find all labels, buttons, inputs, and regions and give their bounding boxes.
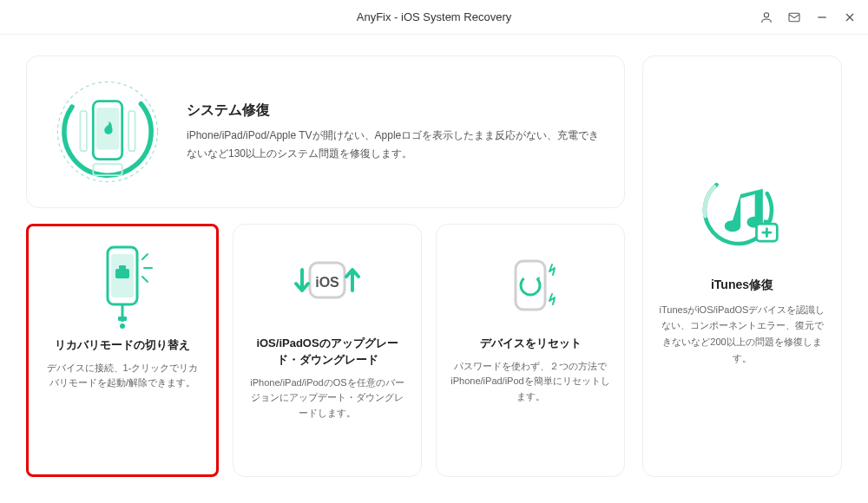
svg-rect-31 xyxy=(764,219,770,224)
feature-cards-row: リカバリモードの切り替え デバイスに接続、1-クリックでリカバリモードを起動/解… xyxy=(26,224,625,477)
right-column: iTunes修復 iTunesがiOS/iPadOSデバイスを認識しない、コンポ… xyxy=(642,56,842,477)
titlebar-actions xyxy=(759,10,858,25)
reset-device-desc: パスワードを使わず、２つの方法でiPhone/iPad/iPodを簡単にリセット… xyxy=(450,359,610,405)
mail-icon[interactable] xyxy=(786,10,802,25)
left-column: システム修復 iPhone/iPad/iPod/Apple TVが開けない、Ap… xyxy=(26,56,625,477)
recovery-mode-desc: デバイスに接続、1-クリックでリカバリモードを起動/解除できます。 xyxy=(43,361,202,391)
system-repair-icon xyxy=(51,75,164,188)
svg-line-21 xyxy=(142,277,148,282)
system-repair-card[interactable]: システム修復 iPhone/iPad/iPod/Apple TVが開けない、Ap… xyxy=(26,56,625,208)
main-content: システム修復 iPhone/iPad/iPod/Apple TVが開けない、Ap… xyxy=(0,35,868,503)
itunes-repair-desc: iTunesがiOS/iPadOSデバイスを認識しない、コンポーネントエラー、復… xyxy=(659,302,825,367)
upgrade-downgrade-title: iOS/iPadOSのアップグレード・ダウングレード xyxy=(247,336,407,369)
itunes-repair-card[interactable]: iTunes修復 iTunesがiOS/iPadOSデバイスを認識しない、コンポ… xyxy=(642,56,842,477)
titlebar: AnyFix - iOS System Recovery xyxy=(0,0,868,35)
itunes-repair-icon xyxy=(694,167,790,262)
recovery-mode-title: リカバリモードの切り替え xyxy=(55,337,190,354)
system-repair-title: システム修復 xyxy=(187,101,600,120)
svg-point-0 xyxy=(764,12,768,16)
minimize-button[interactable] xyxy=(814,10,830,25)
reset-device-icon xyxy=(491,244,569,327)
svg-rect-17 xyxy=(118,317,127,321)
svg-rect-15 xyxy=(119,265,126,269)
window-title: AnyFix - iOS System Recovery xyxy=(357,10,511,23)
reset-device-card[interactable]: デバイスをリセット パスワードを使わず、２つの方法でiPhone/iPad/iP… xyxy=(436,224,625,477)
svg-text:iOS: iOS xyxy=(315,275,339,290)
upgrade-downgrade-icon: iOS xyxy=(284,244,371,327)
account-icon[interactable] xyxy=(759,10,774,25)
recovery-mode-card[interactable]: リカバリモードの切り替え デバイスに接続、1-クリックでリカバリモードを起動/解… xyxy=(26,224,219,477)
svg-rect-1 xyxy=(789,13,799,21)
svg-rect-10 xyxy=(128,111,135,151)
upgrade-downgrade-card[interactable]: iOS iOS/iPadOSのアップグレード・ダウングレード iPhone/iP… xyxy=(233,224,422,477)
itunes-repair-title: iTunes修復 xyxy=(711,278,773,293)
recovery-mode-icon xyxy=(87,245,158,329)
system-repair-desc: iPhone/iPad/iPod/Apple TVが開けない、Appleロゴを表… xyxy=(187,127,600,162)
reset-device-title: デバイスをリセット xyxy=(480,336,582,352)
system-repair-text: システム修復 iPhone/iPad/iPod/Apple TVが開けない、Ap… xyxy=(187,101,600,162)
upgrade-downgrade-desc: iPhone/iPad/iPodのOSを任意のバージョンにアップデート・ダウング… xyxy=(247,376,407,421)
svg-point-18 xyxy=(120,323,125,329)
close-button[interactable] xyxy=(842,10,858,25)
svg-rect-9 xyxy=(80,111,86,151)
svg-line-19 xyxy=(142,254,148,259)
svg-rect-14 xyxy=(115,269,129,278)
